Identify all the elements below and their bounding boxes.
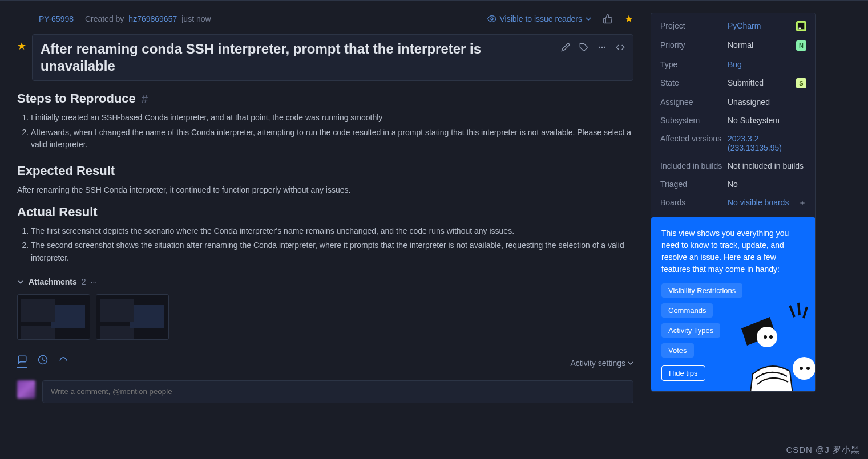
svg-point-0: [491, 18, 493, 20]
tag-icon[interactable]: [579, 43, 588, 52]
vote-icon[interactable]: [603, 14, 613, 24]
more-icon[interactable]: [597, 43, 607, 52]
svg-point-13: [800, 367, 803, 370]
attachment-thumb[interactable]: [17, 294, 90, 340]
field-subsystem[interactable]: Subsystem No Subsystem: [660, 116, 806, 125]
attachment-thumb[interactable]: [96, 294, 169, 340]
tips-panel: This view shows you everything you need …: [651, 217, 815, 391]
field-triaged[interactable]: Triaged No: [660, 180, 806, 189]
visibility-dropdown[interactable]: Visible to issue readers: [487, 14, 591, 23]
activity-settings-dropdown[interactable]: Activity settings: [571, 359, 633, 368]
step-item: Afterwards, when I changed the name of t…: [31, 127, 633, 151]
title-star-icon[interactable]: ★: [17, 40, 26, 52]
attachments-label[interactable]: Attachments: [29, 277, 77, 286]
star-icon[interactable]: ★: [624, 13, 633, 25]
svg-point-3: [601, 47, 603, 48]
svg-point-12: [793, 357, 815, 380]
actual-heading: Actual Result: [17, 205, 98, 220]
field-priority[interactable]: Priority Normal N: [660, 40, 806, 51]
chevron-down-icon: [628, 360, 633, 366]
chevron-down-icon: [586, 16, 591, 22]
edit-icon[interactable]: [561, 43, 570, 52]
tip-chip[interactable]: Visibility Restrictions: [661, 283, 742, 298]
actual-item: The second screenshot shows the situatio…: [31, 239, 633, 264]
expected-heading: Expected Result: [17, 164, 115, 178]
field-state[interactable]: State Submitted S: [660, 78, 806, 88]
expected-text: After renaming the SSH Conda interpreter…: [17, 184, 633, 197]
svg-point-2: [599, 47, 600, 48]
tip-chip[interactable]: Commands: [661, 303, 713, 318]
attachments-count: 2: [82, 277, 86, 286]
field-type[interactable]: Type Bug: [660, 60, 806, 69]
issue-id-link[interactable]: PY-65998: [39, 14, 74, 23]
state-badge: S: [796, 78, 806, 88]
svg-rect-8: [799, 28, 801, 29]
field-included-builds[interactable]: Included in builds Not included in build…: [660, 161, 806, 170]
eye-icon: [487, 14, 496, 23]
field-affected-versions[interactable]: Affected versions 2023.3.2 (233.13135.95…: [660, 134, 806, 152]
tips-text: This view shows you everything you need …: [661, 228, 805, 275]
created-time: just now: [181, 14, 211, 23]
tip-chip[interactable]: Votes: [661, 343, 694, 358]
history-tab-icon[interactable]: [38, 355, 48, 368]
issue-title[interactable]: After renaming conda SSH interpreter, pr…: [41, 40, 554, 75]
svg-point-4: [604, 47, 605, 48]
tip-chip[interactable]: Activity Types: [661, 323, 720, 338]
steps-heading: Steps to Reproduce: [17, 91, 136, 106]
hash-icon: #: [142, 92, 148, 105]
comment-input[interactable]: [42, 380, 633, 403]
watermark: CSDN @J 罗小黑: [786, 445, 860, 456]
svg-point-14: [806, 367, 810, 370]
chevron-down-icon[interactable]: [17, 278, 24, 285]
work-tab-icon[interactable]: [58, 355, 68, 368]
author-link[interactable]: hz769869657: [128, 14, 177, 23]
created-by-label: Created by: [85, 14, 124, 23]
more-icon[interactable]: ···: [91, 277, 98, 286]
hide-tips-button[interactable]: Hide tips: [661, 365, 705, 381]
field-project[interactable]: Project PyCharm: [660, 21, 806, 31]
plus-icon[interactable]: ＋: [798, 198, 806, 208]
step-item: I initially created an SSH-based Conda i…: [31, 112, 633, 124]
avatar: [17, 380, 35, 399]
actual-item: The first screenshot depicts the scenari…: [31, 225, 633, 238]
field-boards[interactable]: Boards No visible boards ＋: [660, 198, 806, 208]
priority-badge: N: [796, 40, 806, 51]
field-assignee[interactable]: Assignee Unassigned: [660, 98, 806, 107]
comment-tab-icon[interactable]: [17, 355, 27, 368]
pycharm-icon: [796, 21, 806, 31]
code-icon[interactable]: [616, 43, 625, 52]
